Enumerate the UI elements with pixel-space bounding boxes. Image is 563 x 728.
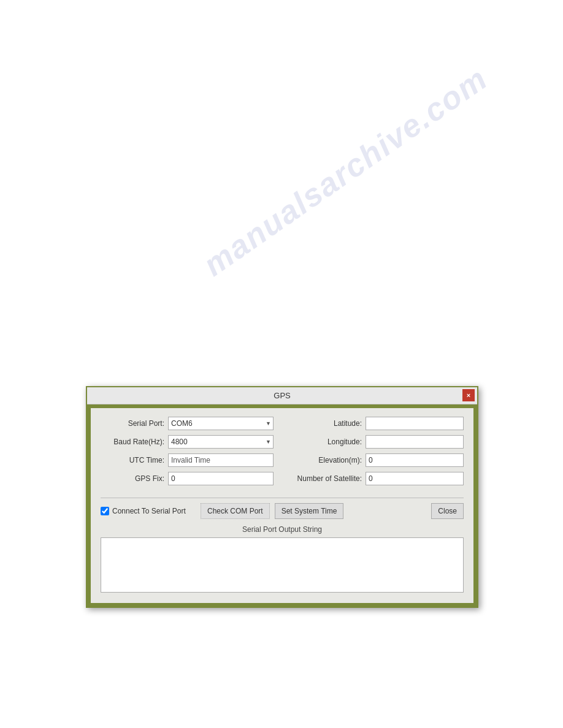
serial-port-label: Serial Port:: [101, 419, 168, 428]
num-satellite-input[interactable]: [366, 472, 464, 485]
form-area: Serial Port: COM6 COM1 COM2 COM3 COM4 CO…: [101, 417, 464, 490]
connect-checkbox[interactable]: [101, 507, 109, 515]
dialog-title: GPS: [274, 391, 290, 400]
utc-time-input[interactable]: [168, 453, 274, 467]
serial-port-row: Serial Port: COM6 COM1 COM2 COM3 COM4 CO…: [101, 417, 274, 430]
set-system-time-button[interactable]: Set System Time: [275, 503, 344, 519]
elevation-row: Elevation(m):: [286, 453, 464, 467]
latitude-label: Latitude:: [286, 419, 366, 428]
num-satellite-label: Number of Satellite:: [286, 474, 366, 483]
actions-row: Connect To Serial Port Check COM Port Se…: [101, 503, 464, 519]
baud-rate-label: Baud Rate(Hz):: [101, 438, 168, 446]
baud-rate-select-wrapper[interactable]: 4800 9600 19200 38400 57600 115200: [168, 435, 274, 449]
gps-fix-row: GPS Fix:: [101, 472, 274, 485]
elevation-label: Elevation(m):: [286, 456, 366, 464]
num-satellite-row: Number of Satellite:: [286, 472, 464, 485]
longitude-row: Longitude:: [286, 435, 464, 449]
latitude-row: Latitude:: [286, 417, 464, 430]
gps-fix-input[interactable]: [168, 472, 274, 485]
elevation-input[interactable]: [366, 453, 464, 467]
utc-time-row: UTC Time:: [101, 453, 274, 467]
connect-label-text: Connect To Serial Port: [112, 507, 186, 515]
gps-dialog: GPS × Serial Port: COM6 COM1 COM2 COM3: [86, 386, 478, 608]
serial-output-textarea[interactable]: [101, 537, 464, 593]
baud-rate-select[interactable]: 4800 9600 19200 38400 57600 115200: [168, 435, 274, 449]
watermark-text: manualsarchive.com: [196, 60, 494, 284]
title-bar-close-button[interactable]: ×: [462, 389, 475, 401]
baud-rate-row: Baud Rate(Hz): 4800 9600 19200 38400 576…: [101, 435, 274, 449]
right-column: Latitude: Longitude: Elevation(m): Numbe…: [286, 417, 464, 490]
divider: [101, 498, 464, 498]
left-column: Serial Port: COM6 COM1 COM2 COM3 COM4 CO…: [101, 417, 274, 490]
gps-fix-label: GPS Fix:: [101, 474, 168, 483]
utc-time-label: UTC Time:: [101, 456, 168, 464]
longitude-input[interactable]: [366, 435, 464, 449]
longitude-label: Longitude:: [286, 438, 366, 446]
dialog-body: Serial Port: COM6 COM1 COM2 COM3 COM4 CO…: [87, 404, 477, 607]
latitude-input[interactable]: [366, 417, 464, 430]
connect-checkbox-label[interactable]: Connect To Serial Port: [101, 507, 196, 515]
close-button[interactable]: Close: [431, 503, 464, 519]
check-com-port-button[interactable]: Check COM Port: [201, 503, 270, 519]
title-bar: GPS ×: [87, 387, 477, 404]
output-section-label: Serial Port Output String: [101, 525, 464, 534]
serial-port-select[interactable]: COM6 COM1 COM2 COM3 COM4 COM5: [168, 417, 274, 430]
serial-port-select-wrapper[interactable]: COM6 COM1 COM2 COM3 COM4 COM5: [168, 417, 274, 430]
